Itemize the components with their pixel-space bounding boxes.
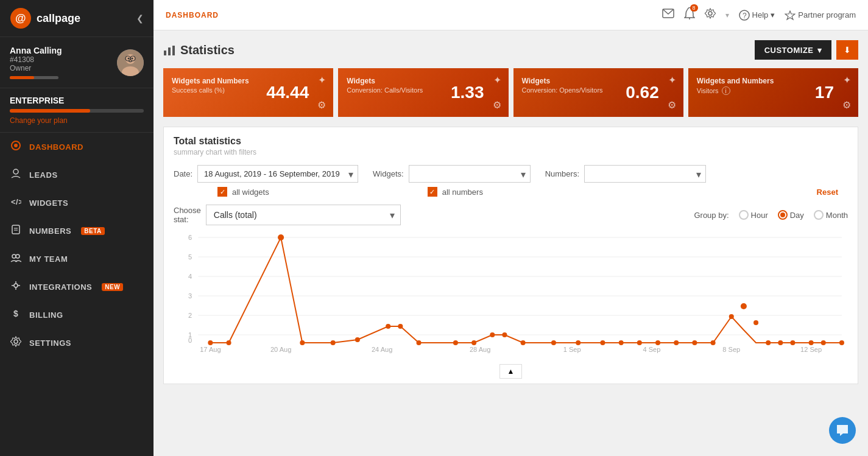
sidebar-nav: DASHBOARD LEADS </> WIDGETS NUMBERS BETA [0,133,153,357]
svg-text:17 Aug: 17 Aug [200,346,221,353]
chart-dot [417,340,422,345]
sidebar-item-integrations-label: INTEGRATIONS [29,282,92,292]
notification-count-badge: 8 [690,4,698,12]
sidebar-item-dashboard[interactable]: DASHBOARD [0,133,153,161]
sidebar-item-numbers[interactable]: NUMBERS BETA [0,217,153,245]
svg-text:5: 5 [188,253,192,261]
avatar [117,49,144,76]
card4-settings-icon[interactable]: ⚙ [842,99,851,111]
date-select[interactable]: 18 August, 2019 - 16 September, 2019 [197,165,358,183]
date-filter-label: Date: [174,169,192,178]
svg-point-5 [128,57,130,59]
bar-chart-icon [163,44,175,55]
customize-button[interactable]: CUSTOMIZE ▾ [755,40,831,60]
group-by-month[interactable]: Month [814,210,848,220]
svg-text:$: $ [13,309,18,318]
card1-settings-icon[interactable]: ⚙ [317,99,326,111]
reset-button[interactable]: Reset [817,188,848,197]
all-numbers-checkbox[interactable] [428,187,437,197]
card3-share-icon[interactable]: ✦ [668,74,676,86]
svg-text:1 Sep: 1 Sep [563,346,581,353]
sidebar-collapse-button[interactable]: ❮ [136,13,144,23]
card3-settings-icon[interactable]: ⚙ [668,99,676,111]
widgets-select[interactable] [409,165,531,183]
widgets-filter-group: Widgets: [373,165,531,183]
svg-point-6 [132,57,133,59]
chart-dot [778,340,783,345]
svg-point-18 [12,254,16,258]
day-radio-label: Day [790,211,804,220]
widgets-select-wrapper [409,165,531,183]
day-radio-circle[interactable] [778,210,788,220]
scroll-up-button[interactable]: ▲ [499,364,523,379]
statistics-title-text: Statistics [180,43,235,57]
total-stats-header: Total statistics summary chart with filt… [164,127,858,159]
widgets-filter-label: Widgets: [373,169,404,178]
notifications-icon[interactable]: 8 [684,7,695,23]
partner-label: Partner program [798,10,856,19]
customize-label: CUSTOMIZE [764,46,814,55]
card2-settings-icon[interactable]: ⚙ [493,99,501,111]
logo-text: callpage [37,12,80,25]
chart-dot [809,340,814,345]
chart-dot [741,303,747,309]
chart-dot [637,340,642,345]
svg-text:4: 4 [188,273,192,280]
numbers-filter-group: Numbers: [545,165,706,183]
chart-dot [674,340,679,345]
choose-stat-group: Choosestat: Calls (total) [174,205,401,225]
chart-dot [278,234,284,240]
user-id: #41308 [10,55,110,64]
download-button[interactable]: ⬇ [836,40,858,60]
group-by-label: Group by: [694,211,729,220]
group-by-hour[interactable]: Hour [739,210,768,220]
group-by-day[interactable]: Day [778,210,804,220]
chart-dot [711,340,716,345]
hour-radio-circle[interactable] [739,210,749,220]
chart-dot [729,314,734,319]
customize-chevron-icon: ▾ [817,46,822,55]
content-area: Statistics CUSTOMIZE ▾ ⬇ Widgets and Num… [153,30,868,456]
metric-card-2: Widgets Conversion: Calls/Visitors 1.33 … [338,68,508,117]
callpage-logo-icon: @ [10,7,32,29]
email-icon[interactable] [662,9,674,21]
chart-dot [766,340,771,345]
svg-text:20 Aug: 20 Aug [270,346,291,353]
sidebar-item-leads[interactable]: LEADS [0,161,153,189]
statistics-header: Statistics CUSTOMIZE ▾ ⬇ [163,40,858,60]
plan-progress-bg [10,109,144,113]
all-widgets-checkbox[interactable] [217,187,227,197]
month-radio-circle[interactable] [814,210,824,220]
numbers-select[interactable] [584,165,706,183]
sidebar-item-integrations[interactable]: INTEGRATIONS NEW [0,273,153,301]
sidebar-item-my-team[interactable]: MY TEAM [0,245,153,273]
choose-stat-label: Choosestat: [174,206,201,224]
chart-dot [600,340,605,345]
integrations-new-badge: NEW [102,283,123,291]
plan-change-link[interactable]: Change your plan [10,116,144,125]
chart-dot [692,340,697,345]
filters-row: Date: 18 August, 2019 - 16 September, 20… [164,159,858,183]
help-button[interactable]: ? Help ▾ [739,10,775,21]
card2-share-icon[interactable]: ✦ [493,74,501,86]
gear-settings-icon[interactable] [705,8,716,22]
card1-share-icon[interactable]: ✦ [318,74,326,86]
sidebar-item-settings[interactable]: SETTINGS [0,329,153,357]
chart-dot [331,340,336,345]
chart-dot [453,340,458,345]
partner-program-button[interactable]: Partner program [785,10,856,21]
leads-icon [10,168,22,181]
numbers-filter-label: Numbers: [545,169,579,178]
stat-select[interactable]: Calls (total) [206,205,401,225]
chart-container: 6 5 4 3 2 1 0 17 Aug 20 Aug 24 Aug 28 Au… [164,225,858,359]
chat-bubble-button[interactable] [829,417,856,444]
sidebar-item-widgets[interactable]: </> WIDGETS [0,189,153,217]
user-name: Anna Calling [10,46,110,55]
svg-point-29 [708,12,712,15]
user-section: Anna Calling #41308 Owner [0,37,153,88]
sidebar-item-billing[interactable]: $ BILLING [0,301,153,329]
card4-share-icon[interactable]: ✦ [843,74,851,86]
main-content: DASHBOARD 8 ▾ ? Help ▾ Partner program [153,0,868,456]
svg-text:6: 6 [188,234,192,241]
metric-card-3: Widgets Conversion: Opens/Visitors 0.62 … [513,68,683,117]
